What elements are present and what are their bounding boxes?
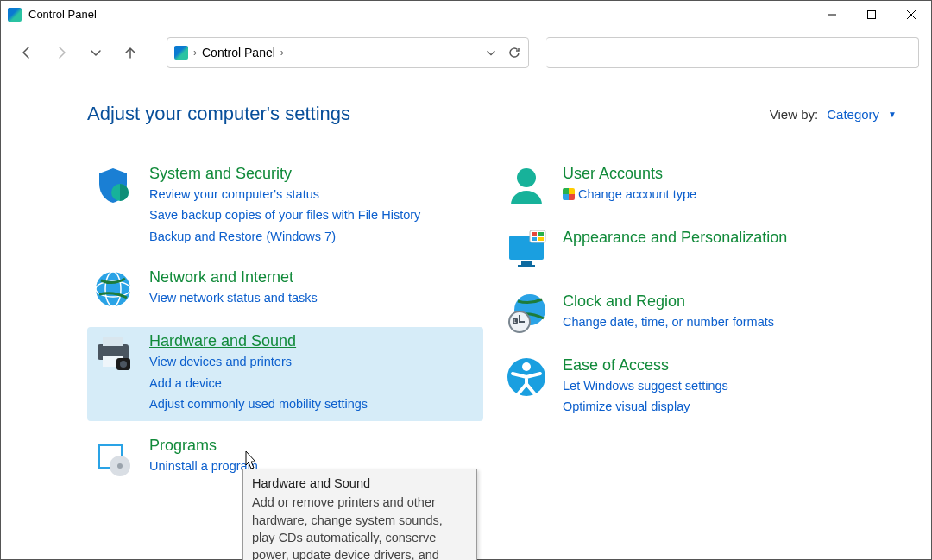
category-title[interactable]: System and Security bbox=[149, 165, 420, 183]
svg-rect-22 bbox=[532, 232, 537, 236]
view-by-value: Category bbox=[827, 107, 879, 122]
task-link[interactable]: Uninstall a program bbox=[149, 456, 258, 475]
accessibility-icon bbox=[506, 356, 547, 398]
tooltip-body: Add or remove printers and other hardwar… bbox=[252, 494, 468, 560]
user-icon bbox=[506, 165, 547, 206]
clock-globe-icon: L bbox=[506, 293, 547, 334]
page-title: Adjust your computer's settings bbox=[87, 103, 350, 125]
task-link[interactable]: Optimize visual display bbox=[563, 397, 728, 416]
view-by-label: View by: bbox=[770, 107, 818, 122]
maximize-button[interactable] bbox=[852, 1, 891, 28]
category-title[interactable]: Hardware and Sound bbox=[149, 332, 368, 350]
shield-icon bbox=[92, 165, 134, 206]
chevron-down-icon: ▼ bbox=[888, 110, 897, 119]
svg-rect-19 bbox=[521, 261, 532, 265]
back-button[interactable] bbox=[13, 39, 41, 66]
category-column-left: System and Security Review your computer… bbox=[87, 160, 483, 485]
category-title[interactable]: Appearance and Personalization bbox=[563, 229, 787, 247]
window: Control Panel › Control Panel › bbox=[0, 0, 932, 560]
svg-point-17 bbox=[517, 168, 536, 187]
window-title: Control Panel bbox=[28, 8, 97, 21]
category-column-right: User Accounts Change account type Appear… bbox=[501, 160, 897, 485]
task-link[interactable]: Add a device bbox=[149, 374, 368, 393]
category-title[interactable]: Network and Internet bbox=[149, 268, 318, 286]
content-header: Adjust your computer's settings View by:… bbox=[87, 103, 897, 125]
recent-locations-button[interactable] bbox=[82, 39, 110, 66]
up-button[interactable] bbox=[116, 39, 144, 66]
svg-rect-20 bbox=[518, 265, 535, 267]
category-title[interactable]: Ease of Access bbox=[563, 356, 728, 374]
task-link[interactable]: Change date, time, or number formats bbox=[563, 312, 774, 331]
svg-point-31 bbox=[522, 362, 531, 371]
svg-rect-1 bbox=[868, 10, 876, 18]
forward-button[interactable] bbox=[47, 39, 75, 66]
titlebar: Control Panel bbox=[1, 1, 931, 28]
category-network-internet[interactable]: Network and Internet View network status… bbox=[87, 263, 483, 317]
navigation-bar: › Control Panel › bbox=[1, 28, 931, 77]
svg-point-16 bbox=[117, 463, 123, 469]
svg-rect-23 bbox=[538, 232, 544, 236]
category-title[interactable]: Programs bbox=[149, 437, 258, 455]
programs-icon bbox=[92, 437, 134, 478]
search-input[interactable] bbox=[546, 37, 919, 68]
globe-icon bbox=[92, 268, 134, 310]
printer-icon bbox=[92, 332, 134, 374]
view-by-selector[interactable]: View by: Category ▼ bbox=[770, 107, 897, 122]
svg-point-12 bbox=[120, 361, 127, 368]
task-link[interactable]: Save backup copies of your files with Fi… bbox=[149, 205, 420, 224]
breadcrumb-label[interactable]: Control Panel bbox=[202, 46, 275, 60]
svg-text:L: L bbox=[514, 318, 517, 324]
task-link[interactable]: Backup and Restore (Windows 7) bbox=[149, 227, 420, 246]
tooltip: Hardware and Sound Add or remove printer… bbox=[242, 469, 477, 560]
task-link[interactable]: Adjust commonly used mobility settings bbox=[149, 394, 368, 413]
category-appearance-personalization[interactable]: Appearance and Personalization bbox=[501, 223, 897, 277]
tooltip-title: Hardware and Sound bbox=[252, 475, 468, 492]
svg-rect-9 bbox=[103, 337, 123, 346]
task-link[interactable]: View network status and tasks bbox=[149, 288, 318, 307]
svg-point-5 bbox=[96, 272, 130, 306]
control-panel-icon bbox=[8, 8, 22, 22]
refresh-button[interactable] bbox=[507, 46, 521, 60]
minimize-button[interactable] bbox=[812, 1, 852, 28]
category-clock-region[interactable]: L Clock and Region Change date, time, or… bbox=[501, 287, 897, 341]
content-area: Adjust your computer's settings View by:… bbox=[1, 77, 931, 559]
category-title[interactable]: Clock and Region bbox=[563, 293, 774, 311]
category-system-security[interactable]: System and Security Review your computer… bbox=[87, 160, 483, 253]
address-dropdown-button[interactable] bbox=[485, 47, 497, 59]
chevron-right-icon[interactable]: › bbox=[193, 47, 197, 59]
control-panel-icon bbox=[174, 46, 188, 60]
category-hardware-sound[interactable]: Hardware and Sound View devices and prin… bbox=[87, 327, 483, 420]
task-link[interactable]: Let Windows suggest settings bbox=[563, 376, 728, 395]
close-button[interactable] bbox=[891, 1, 931, 28]
chevron-right-icon[interactable]: › bbox=[280, 47, 284, 59]
address-bar[interactable]: › Control Panel › bbox=[167, 37, 529, 68]
category-ease-of-access[interactable]: Ease of Access Let Windows suggest setti… bbox=[501, 351, 897, 424]
svg-rect-24 bbox=[532, 237, 537, 241]
task-link[interactable]: Review your computer's status bbox=[149, 185, 420, 204]
monitor-icon bbox=[506, 229, 547, 270]
task-link[interactable]: Change account type bbox=[563, 185, 696, 204]
svg-rect-25 bbox=[538, 237, 544, 241]
task-link[interactable]: View devices and printers bbox=[149, 352, 368, 371]
category-user-accounts[interactable]: User Accounts Change account type bbox=[501, 160, 897, 213]
category-title[interactable]: User Accounts bbox=[563, 165, 696, 183]
